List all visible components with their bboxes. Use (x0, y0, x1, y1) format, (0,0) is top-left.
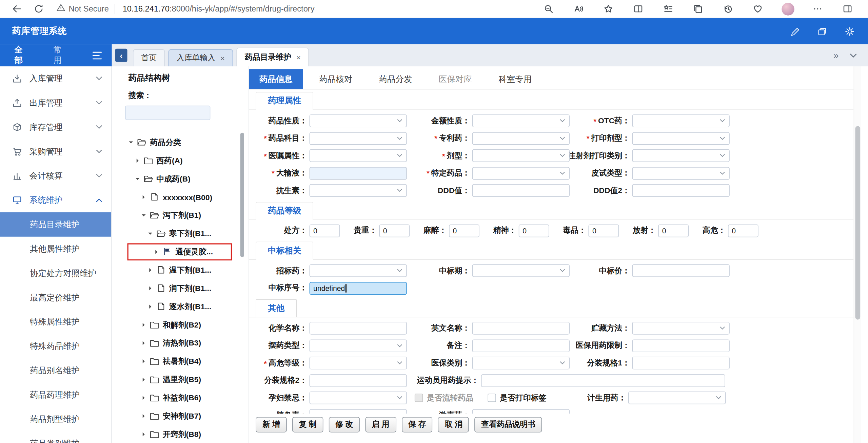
caret-right-icon[interactable] (135, 158, 142, 163)
tree-node[interactable]: 温下剂(B1... (112, 261, 249, 279)
caret-right-icon[interactable] (154, 249, 161, 254)
favorites-bar-icon[interactable] (660, 2, 676, 16)
collapse-sidebar-button[interactable]: ‹ (115, 49, 127, 62)
save-button[interactable]: 保 存 (402, 417, 433, 433)
form-input[interactable]: 0 (589, 224, 619, 237)
tree-node[interactable]: xxxxxxx(B00) (112, 188, 249, 206)
tree-node[interactable]: 清热剂(B3) (112, 334, 249, 352)
caret-right-icon[interactable] (141, 395, 148, 400)
tree-node[interactable]: 药品分类 (112, 133, 249, 151)
main-scrollbar-thumb[interactable] (855, 126, 860, 319)
settings-gear-icon[interactable] (844, 25, 856, 37)
caret-right-icon[interactable] (141, 359, 148, 364)
main-scrollbar-track[interactable] (854, 66, 862, 443)
sidebar-item-purchase[interactable]: 采购管理 (0, 139, 111, 164)
caret-right-icon[interactable] (141, 195, 148, 200)
form-input[interactable] (472, 322, 570, 335)
form-input[interactable]: 0 (519, 224, 549, 237)
tree-search-input[interactable] (125, 106, 210, 120)
checkbox-field[interactable]: 是否流转药品 (415, 393, 473, 403)
content-tab-4[interactable]: 科室专用 (488, 69, 542, 89)
tree-node[interactable]: 温里剂(B5) (112, 371, 249, 389)
sidebar-subitem-6[interactable]: 药品别名维护 (0, 358, 111, 383)
form-select[interactable] (472, 167, 570, 180)
caret-right-icon[interactable] (141, 377, 148, 382)
form-select[interactable] (472, 114, 570, 127)
checkbox-field[interactable]: 是否打印标签 (488, 393, 546, 403)
more-tabs-icon[interactable]: » (833, 50, 839, 60)
tree-node[interactable]: 泻下剂(B1) (112, 206, 249, 225)
tree-scrollbar-thumb[interactable] (240, 133, 244, 257)
refresh-icon[interactable] (32, 2, 46, 16)
form-input[interactable]: 0 (310, 224, 340, 237)
page-tab-0[interactable]: 首页 (133, 49, 165, 66)
caret-right-icon[interactable] (141, 432, 148, 437)
content-tab-2[interactable]: 药品分发 (369, 69, 422, 89)
content-tab-1[interactable]: 药品核对 (309, 69, 362, 89)
form-select[interactable] (628, 392, 726, 404)
form-input[interactable] (632, 184, 729, 197)
tree-node[interactable]: 逐水剂(B1... (112, 297, 249, 316)
sidebar-subitem-0[interactable]: 药品目录维护 (0, 212, 111, 237)
caret-right-icon[interactable] (141, 322, 148, 328)
sidebar-panel-icon[interactable] (839, 2, 856, 16)
zoom-icon[interactable] (540, 2, 557, 16)
form-select[interactable] (632, 114, 729, 127)
form-input[interactable]: 0 (449, 224, 479, 237)
close-tab-icon[interactable]: × (296, 53, 301, 62)
tree-node[interactable]: 祛暑剂(B4) (112, 352, 249, 371)
not-secure-label[interactable]: Not Secure (68, 4, 108, 13)
sidebar-item-outbound[interactable]: 出库管理 (0, 91, 111, 115)
sidebar-subitem-9[interactable]: 药品类别维护 (0, 431, 111, 443)
checkbox[interactable] (415, 394, 423, 402)
tree-node[interactable]: 补益剂(B6) (112, 389, 249, 407)
filter-tab-1[interactable]: 常用 (54, 45, 68, 66)
favorite-star-icon[interactable] (600, 2, 617, 16)
tab-list-chevron-icon[interactable] (850, 50, 857, 60)
page-tab-2[interactable]: 药品目录维护× (236, 47, 309, 66)
form-input[interactable] (632, 339, 729, 352)
form-select[interactable] (472, 149, 570, 162)
sidebar-subitem-2[interactable]: 协定处方对照维护 (0, 261, 111, 286)
form-select[interactable] (472, 265, 570, 277)
form-input[interactable] (310, 374, 407, 387)
modify-button[interactable]: 修 改 (329, 417, 359, 433)
sidebar-item-inventory[interactable]: 库存管理 (0, 115, 111, 140)
view-drug-instructions-button[interactable]: 查看药品说明书 (475, 417, 542, 433)
caret-down-icon[interactable] (129, 140, 135, 145)
url-text[interactable]: 10.16.241.70:8000/his-yk/app/#/system/dr… (123, 4, 315, 13)
collections-icon[interactable] (690, 2, 706, 16)
close-tab-icon[interactable]: × (220, 54, 225, 62)
form-select[interactable] (310, 132, 407, 145)
form-input[interactable]: 0 (658, 224, 689, 237)
form-select[interactable] (632, 322, 729, 335)
tree-node[interactable]: 寒下剂(B1... (112, 225, 249, 243)
form-select[interactable] (310, 392, 407, 404)
form-select[interactable] (310, 265, 407, 277)
tree-node[interactable]: 安神剂(B7) (112, 407, 249, 425)
caret-right-icon[interactable] (147, 268, 154, 273)
page-tab-1[interactable]: 入库单输入× (168, 49, 233, 66)
pen-icon[interactable] (788, 25, 801, 37)
form-select[interactable] (310, 339, 407, 352)
caret-right-icon[interactable] (147, 286, 154, 291)
form-select[interactable] (632, 132, 729, 145)
form-select[interactable] (310, 357, 407, 370)
sidebar-subitem-4[interactable]: 特殊属性维护 (0, 310, 111, 334)
read-aloud-icon[interactable] (570, 2, 587, 16)
form-select[interactable] (310, 149, 407, 162)
form-input[interactable] (310, 167, 407, 180)
back-icon[interactable] (9, 2, 24, 16)
form-select[interactable] (632, 167, 729, 180)
form-input[interactable]: undefined (310, 282, 407, 295)
sidebar-item-accounting[interactable]: 会计核算 (0, 164, 111, 188)
tree-node[interactable]: 润下剂(B1... (112, 279, 249, 297)
split-screen-icon[interactable] (630, 2, 647, 16)
form-input[interactable]: 0 (379, 224, 410, 237)
new-button[interactable]: 新 增 (256, 417, 287, 433)
menu-icon[interactable] (93, 51, 102, 59)
address-bar[interactable]: Not Secure 10.16.241.70:8000/his-yk/app/… (57, 3, 534, 15)
sidebar-subitem-1[interactable]: 其他属性维护 (0, 237, 111, 261)
form-select[interactable] (632, 149, 729, 162)
form-select[interactable] (310, 184, 407, 197)
